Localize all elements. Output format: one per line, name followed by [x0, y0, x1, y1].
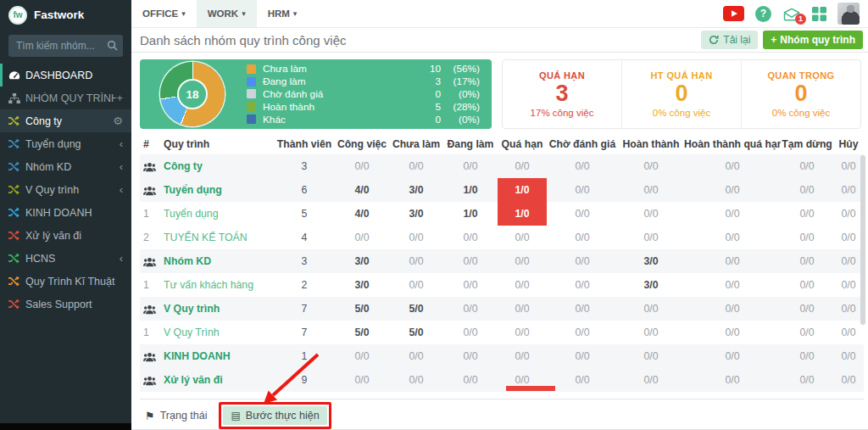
legend-item[interactable]: Khác0(0%)	[247, 113, 480, 126]
column-header[interactable]: #	[140, 134, 164, 154]
sidebar-item-sales-support[interactable]: Sales Support	[0, 293, 131, 316]
apps-grid-icon[interactable]	[812, 7, 826, 21]
value-cell: 0/0	[781, 154, 833, 178]
tab-steps-button[interactable]: ▤ Bước thực hiện	[223, 406, 326, 425]
column-header[interactable]: Thành viên	[274, 134, 335, 154]
gear-icon[interactable]: ⚙	[113, 114, 123, 127]
value-cell: 0/0	[684, 154, 781, 178]
search-icon[interactable]	[107, 40, 118, 51]
sidebar-item-xử-lý-văn-đi[interactable]: Xử lý văn đi	[0, 224, 131, 247]
process-link[interactable]: Công ty	[164, 160, 203, 172]
youtube-icon[interactable]	[723, 6, 744, 21]
value-cell: 0/0	[443, 321, 498, 344]
sidebar-item-v-quy-trình[interactable]: V Quy trình‹	[0, 178, 131, 201]
process-link[interactable]: Nhóm KD	[164, 255, 211, 267]
value-cell: 1/0	[443, 178, 498, 202]
sidebar-item-kinh-doanh[interactable]: KINH DOANH	[0, 201, 131, 224]
column-header[interactable]: Công việc	[335, 134, 389, 154]
process-link[interactable]: TUYỂN KẾ TOÁN	[164, 232, 248, 243]
sidebar-item-dashboard[interactable]: DASHBOARD	[0, 64, 131, 87]
chevron-left-icon[interactable]: ‹	[120, 183, 123, 196]
legend-item[interactable]: Hoàn thành5(28%)	[247, 100, 480, 113]
value-cell: 0/0	[833, 273, 864, 297]
column-header[interactable]: Hoàn thành quá hạn	[684, 134, 781, 154]
nav-office[interactable]: OFFICE ▾	[131, 0, 197, 27]
value-cell: 1/0	[443, 202, 498, 226]
process-link[interactable]: KINH DOANH	[164, 350, 231, 362]
value-cell: 0/0	[443, 226, 498, 249]
brand-area[interactable]: fw Fastwork	[0, 0, 131, 30]
sidebar-item-tuyển-dụng[interactable]: Tuyển dụng‹	[0, 132, 131, 155]
create-group-button[interactable]: + Nhóm quy trình	[763, 31, 863, 49]
nav-work[interactable]: WORK ▾	[197, 0, 257, 27]
caret-down-icon: ▾	[242, 9, 246, 18]
value-cell: 0/0	[547, 321, 618, 344]
process-table: #Quy trìnhThành viênCông việcChưa làmĐan…	[140, 134, 864, 392]
chevron-left-icon[interactable]: ‹	[120, 160, 123, 173]
shuffle-icon	[8, 207, 25, 218]
steps-table-icon: ▤	[231, 410, 240, 421]
table-row[interactable]: KINH DOANH10/00/00/00/00/00/00/00/00/0	[140, 344, 864, 368]
stat-value: 0	[794, 81, 807, 107]
value-cell: 0/0	[833, 202, 864, 226]
users-icon	[140, 297, 164, 321]
sidebar-item-quy-trình-kĩ-thuật[interactable]: Quy Trình Kĩ Thuật	[0, 270, 131, 293]
table-row[interactable]: Nhóm KD33/00/00/00/00/03/00/00/00/0	[140, 249, 864, 273]
add-icon[interactable]: +	[116, 92, 123, 104]
reload-button[interactable]: Tải lại	[701, 31, 758, 49]
column-header[interactable]: Hoàn thành	[618, 134, 684, 154]
process-link[interactable]: Tư vấn khách hàng	[164, 279, 253, 291]
sidebar-item-nhóm-kd[interactable]: Nhóm KD‹	[0, 155, 131, 178]
nav-office-label: OFFICE	[142, 8, 178, 19]
sidebar-item-nhóm-quy-trình[interactable]: NHÓM QUY TRÌNH+	[0, 87, 131, 109]
process-link[interactable]: Tuyển dụng	[164, 208, 219, 220]
annotation-box: ▤ Bước thực hiện	[219, 402, 331, 429]
column-header[interactable]: Chờ đánh giá	[547, 134, 618, 154]
search-input[interactable]	[8, 35, 123, 57]
sidebar-item-hcns[interactable]: HCNS‹	[0, 247, 131, 270]
help-icon[interactable]: ?	[755, 6, 771, 22]
sidebar-item-công-ty[interactable]: Công ty⚙	[0, 109, 131, 132]
gauge-icon	[8, 70, 25, 80]
legend-item[interactable]: Đang làm3(17%)	[247, 75, 480, 88]
avatar[interactable]	[837, 3, 860, 25]
process-link[interactable]: Tuyển dụng	[164, 184, 222, 196]
table-row[interactable]: Tuyển dụng64/03/01/01/00/00/00/00/00/0	[140, 178, 864, 202]
table-row[interactable]: Xử lý văn đi90/00/00/00/00/00/00/00/00/0	[140, 368, 864, 392]
process-link[interactable]: V Quy trình	[164, 303, 220, 315]
chevron-left-icon[interactable]: ‹	[120, 137, 123, 150]
table-row[interactable]: 2TUYỂN KẾ TOÁN40/00/00/00/00/00/00/00/00…	[140, 226, 864, 249]
table-row[interactable]: 1Tuyển dụng54/03/01/01/00/00/00/00/00/0	[140, 202, 864, 226]
process-link[interactable]: V Quy Trình	[164, 327, 220, 338]
table-row[interactable]: Công ty30/00/00/00/00/00/00/00/00/0	[140, 154, 864, 178]
value-cell: 0/0	[781, 249, 833, 273]
sidebar-item-label: NHÓM QUY TRÌNH	[25, 92, 116, 104]
table-row[interactable]: 1Tư vấn khách hàng23/00/00/00/00/03/00/0…	[140, 273, 864, 297]
tab-status[interactable]: ⚑ Trạng thái	[140, 410, 212, 422]
value-cell: 0/0	[618, 178, 684, 202]
horizontal-scrollbar-thumb[interactable]	[506, 386, 555, 391]
legend-item[interactable]: Chưa làm10(56%)	[247, 63, 480, 75]
nav-hrm[interactable]: HRM ▾	[257, 0, 309, 27]
donut-chart[interactable]: 18	[160, 62, 225, 126]
vertical-scrollbar-thumb[interactable]	[860, 155, 865, 325]
mail-icon[interactable]: 1	[782, 7, 801, 21]
legend-item[interactable]: Chờ đánh giá0(0%)	[247, 88, 480, 101]
table-row[interactable]: 1V Quy Trình75/05/00/00/00/00/00/00/00/0	[140, 321, 864, 344]
process-link[interactable]: Xử lý văn đi	[164, 374, 223, 386]
shuffle-icon	[8, 161, 25, 172]
brand-name: Fastwork	[34, 8, 84, 21]
column-header[interactable]: Chưa làm	[389, 134, 443, 154]
table-row[interactable]: V Quy trình75/05/00/00/00/00/00/00/00/0	[140, 297, 864, 321]
column-header[interactable]: Đang làm	[443, 134, 498, 154]
value-cell: 0/0	[684, 202, 781, 226]
value-cell: 0/0	[618, 297, 684, 321]
value-cell: 0/0	[389, 368, 443, 392]
column-header[interactable]: Quá hạn	[498, 134, 547, 154]
column-header[interactable]: Hủy	[833, 134, 864, 154]
sidebar-item-label: Nhóm KD	[25, 161, 120, 173]
value-cell: 0/0	[443, 273, 498, 297]
column-header[interactable]: Tạm dừng	[781, 134, 833, 154]
chevron-left-icon[interactable]: ‹	[120, 252, 123, 265]
column-header[interactable]: Quy trình	[164, 134, 274, 154]
